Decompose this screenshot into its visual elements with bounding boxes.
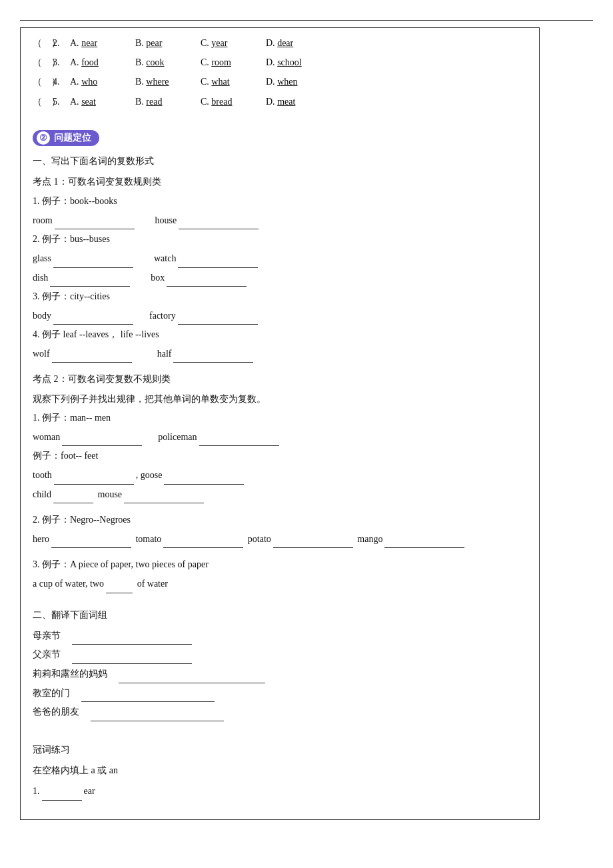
s2r3-label: 莉莉和露丝的妈妈 <box>33 669 117 679</box>
section-two-title: 二、翻译下面词组 <box>33 607 527 623</box>
blank-potato[interactable] <box>273 547 353 548</box>
row2a-line: glass watch <box>33 250 527 268</box>
blank-dish[interactable] <box>50 286 130 287</box>
row1-word1: room <box>33 215 53 225</box>
sub2-example1: 1. 例子：man-- men <box>33 409 527 427</box>
subsection1-title: 考点 1：可数名词变复数规则类 <box>33 173 527 190</box>
subsection2-desc: 观察下列例子并找出规律，把其他单词的单数变为复数。 <box>33 391 527 409</box>
mc-row-5: （ ） 5. A. seat B. read C. bread D. meat <box>33 93 527 110</box>
blank-fathers-day[interactable] <box>72 663 192 664</box>
section-three-subtitle: 在空格内填上 a 或 an <box>33 762 527 779</box>
mc-option-3b: B. cook <box>135 54 189 71</box>
mc-option-4b: B. where <box>135 73 189 90</box>
mc-option-4a: A. who <box>70 73 123 90</box>
page-container: （ ） 2. A. near B. pear C. year D. dear （… <box>0 0 613 868</box>
blank-child[interactable] <box>53 503 93 503</box>
mc-num-4: 4. <box>53 73 67 90</box>
blank-classroom-door[interactable] <box>81 701 215 702</box>
row4-word1: wolf <box>33 349 50 359</box>
sub2-row4-tomato: tomato <box>135 534 161 544</box>
section2-row3: 莉莉和露丝的妈妈 <box>33 665 527 683</box>
s2r4-label: 教室的门 <box>33 688 79 698</box>
blank-dads-friend[interactable] <box>91 721 224 721</box>
mc-option-4d: D. when <box>266 73 319 90</box>
blank-article-1[interactable] <box>42 800 82 801</box>
blank-watch[interactable] <box>178 267 258 268</box>
section-one: 一、写出下面名词的复数形式 考点 1：可数名词变复数规则类 1. 例子：book… <box>33 153 527 593</box>
blank-house[interactable] <box>179 229 259 229</box>
blank-mango[interactable] <box>384 547 464 548</box>
blank-body[interactable] <box>53 324 133 325</box>
s3r1-word: ear <box>84 786 95 796</box>
blank-tooth[interactable] <box>54 484 134 485</box>
sub2-row4-mango: mango <box>357 534 382 544</box>
example4-label: 4. 例子 leaf --leaves， life --lives <box>33 326 527 344</box>
mc-option-2b: B. pear <box>135 35 189 51</box>
comma1: , goose <box>136 470 163 480</box>
subsection2-title: 考点 2：可数名词变复数不规则类 <box>33 371 527 387</box>
s3r1-num: 1. <box>33 786 40 796</box>
blank-lily-mom[interactable] <box>119 683 265 683</box>
sub2-row5-text2: of water <box>135 579 168 589</box>
blank-wolf[interactable] <box>52 362 132 363</box>
section2-row5: 爸爸的朋友 <box>33 703 527 721</box>
gap3 <box>33 505 527 511</box>
main-content-box: （ ） 2. A. near B. pear C. year D. dear （… <box>20 27 540 820</box>
mc-num-2: 2. <box>53 35 67 51</box>
blank-glass[interactable] <box>53 267 133 268</box>
mc-option-3d: D. school <box>266 54 319 71</box>
sub2-row3: child mouse <box>33 486 527 504</box>
gap5 <box>33 600 527 607</box>
blank-tomato[interactable] <box>163 547 243 548</box>
blank-box[interactable] <box>167 286 247 287</box>
row3-line: body factory <box>33 307 527 325</box>
sub2-row4-potato: potato <box>248 534 271 544</box>
row1-word2: house <box>155 215 177 225</box>
section-three-title: 冠词练习 <box>33 741 527 758</box>
sub2-row2: tooth, goose <box>33 467 527 485</box>
row1-line: room house <box>33 212 527 230</box>
mc-option-5c: C. bread <box>201 93 254 110</box>
mc-num-3: 3. <box>53 54 67 71</box>
row2b-word2: box <box>151 273 165 283</box>
section-badge: ② 问题定位 <box>33 119 527 153</box>
mc-option-4c: C. what <box>201 73 254 90</box>
sub2-row2-text: tooth <box>33 470 52 480</box>
mc-option-2a: A. near <box>70 35 123 51</box>
blank-cups[interactable] <box>106 593 133 593</box>
blank-mouse[interactable] <box>124 503 204 503</box>
mc-paren-2: （ ） <box>33 35 53 51</box>
section3-row1: 1.ear <box>33 783 527 801</box>
blank-mothers-day[interactable] <box>72 644 192 645</box>
sub2-example2: 例子：foot-- feet <box>33 447 527 465</box>
mc-option-2c: C. year <box>201 35 254 51</box>
row2a-word2: watch <box>154 253 176 263</box>
mc-paren-3: （ ） <box>33 54 53 71</box>
row3-word1: body <box>33 311 51 321</box>
row4-line: wolf half <box>33 345 527 363</box>
blank-room[interactable] <box>55 229 135 229</box>
gap4 <box>33 549 527 556</box>
sub2-row5-text: a cup of water, two <box>33 579 104 589</box>
example1-label: 1. 例子：book--books <box>33 193 527 211</box>
badge-number: ② <box>37 131 50 145</box>
section-one-title: 一、写出下面名词的复数形式 <box>33 153 527 169</box>
mc-option-5d: D. meat <box>266 93 319 110</box>
badge-text: 问题定位 <box>54 132 91 144</box>
sub2-row5: a cup of water, two of water <box>33 575 527 593</box>
sub2-row4-hero: hero <box>33 534 49 544</box>
mc-num-5: 5. <box>53 93 67 110</box>
blank-half[interactable] <box>173 362 253 363</box>
multiple-choice-section: （ ） 2. A. near B. pear C. year D. dear （… <box>33 35 527 110</box>
gap7 <box>33 735 527 741</box>
blank-hero[interactable] <box>51 547 131 548</box>
blank-goose[interactable] <box>164 484 244 485</box>
blank-factory[interactable] <box>178 324 258 325</box>
example2-label: 2. 例子：bus--buses <box>33 231 527 249</box>
blank-woman[interactable] <box>62 445 142 446</box>
blank-policeman[interactable] <box>199 445 279 446</box>
example3-label: 3. 例子：city--cities <box>33 288 527 306</box>
mc-row-3: （ ） 3. A. food B. cook C. room D. school <box>33 54 527 71</box>
mc-paren-4: （ ） <box>33 73 53 90</box>
subsection-1: 考点 1：可数名词变复数规则类 1. 例子：book--books room h… <box>33 173 527 363</box>
